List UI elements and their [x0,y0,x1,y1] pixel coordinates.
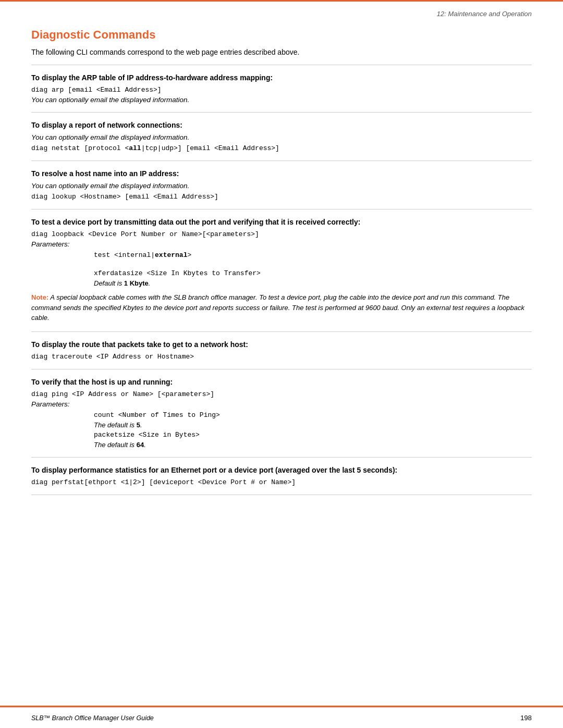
note-netstat-before: You can optionally email the displayed i… [31,133,532,141]
divider-3 [31,209,532,209]
code-arp: diag arp [email <Email Address>] [31,86,532,94]
code-netstat: diag netstat [protocol <all|tcp|udp>] [e… [31,144,532,152]
params-label-ping: Parameters: [31,400,532,408]
divider-0 [31,65,532,65]
divider-7 [31,495,532,495]
cmd-heading-perfstat: To display performance statistics for an… [31,466,532,474]
section-title: Diagnostic Commands [31,28,532,42]
divider-2 [31,161,532,161]
cmd-block-lookup: To resolve a host name into an IP addres… [31,169,532,201]
code-ping-packetsize: packetsize <Size in Bytes> [94,431,532,439]
cmd-heading-traceroute: To display the route that packets take t… [31,340,532,349]
code-loopback-xfer: xferdatasize <Size In Kbytes to Transfer… [94,269,532,277]
main-content: Diagnostic Commands The following CLI co… [0,18,563,535]
divider-1 [31,112,532,113]
cmd-heading-ping: To verify that the host is up and runnin… [31,378,532,386]
code-ping-count: count <Number of Times to Ping> [94,411,532,419]
code-loopback-test: test <internal|external> [94,251,532,259]
code-bold-external: external [155,251,187,259]
params-label-loopback: Parameters: [31,240,532,248]
params-table-ping: count <Number of Times to Ping> The defa… [94,411,532,449]
cmd-block-ping: To verify that the host is up and runnin… [31,378,532,449]
code-ping: diag ping <IP Address or Name> [<paramet… [31,390,532,398]
code-perfstat: diag perfstat[ethport <1|2>] [deviceport… [31,478,532,486]
intro-text: The following CLI commands correspond to… [31,48,532,56]
cmd-heading-lookup: To resolve a host name into an IP addres… [31,169,532,178]
default-ping-packetsize: The default is 64. [94,441,532,449]
default-bold-64: 64 [137,441,144,449]
default-ping-count: The default is 5. [94,421,532,429]
divider-4 [31,331,532,332]
cmd-heading-loopback: To test a device port by transmitting da… [31,218,532,226]
default-loopback-xfer: Default is 1 Kbyte. [94,279,532,287]
top-orange-line [0,0,563,2]
header-area: 12: Maintenance and Operation [0,0,563,18]
divider-5 [31,369,532,369]
cmd-block-perfstat: To display performance statistics for an… [31,466,532,486]
code-lookup: diag lookup <Hostname> [email <Email Add… [31,193,532,201]
cmd-block-traceroute: To display the route that packets take t… [31,340,532,361]
code-loopback: diag loopback <Device Port Number or Nam… [31,230,532,238]
footer-left: SLB™ Branch Office Manager User Guide [31,714,154,722]
cmd-block-loopback: To test a device port by transmitting da… [31,218,532,323]
footer-right: 198 [520,714,532,722]
page-container: 12: Maintenance and Operation Diagnostic… [0,0,563,728]
chapter-title: 12: Maintenance and Operation [437,10,532,18]
cmd-block-netstat: To display a report of network connectio… [31,121,532,152]
default-bold-1kbyte: 1 Kbyte [124,279,149,287]
cmd-heading-arp: To display the ARP table of IP address-t… [31,73,532,82]
cmd-heading-netstat: To display a report of network connectio… [31,121,532,129]
note-lookup: You can optionally email the displayed i… [31,182,532,190]
default-bold-5: 5 [137,421,140,429]
footer: SLB™ Branch Office Manager User Guide 19… [0,707,563,728]
code-traceroute: diag traceroute <IP Address or Hostname> [31,353,532,361]
note-box-loopback: Note: A special loopback cable comes wit… [31,292,532,323]
code-bold-all: all [129,144,141,152]
params-table-loopback: test <internal|external> xferdatasize <S… [94,251,532,287]
cmd-block-arp: To display the ARP table of IP address-t… [31,73,532,104]
note-label-loopback: Note: [31,293,48,301]
note-arp: You can optionally email the displayed i… [31,96,532,104]
divider-6 [31,457,532,458]
